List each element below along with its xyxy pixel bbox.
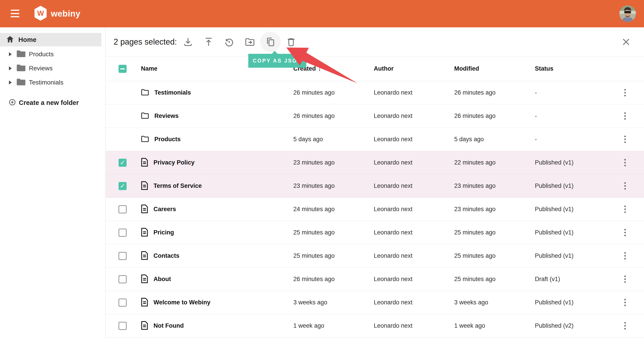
create-new-folder-button[interactable]: Create a new folder	[0, 99, 105, 106]
row-created: 26 minutes ago	[293, 112, 374, 120]
download-button[interactable]	[178, 32, 198, 52]
table-row[interactable]: Reviews 26 minutes ago Leonardo next 26 …	[106, 104, 644, 128]
document-icon	[141, 204, 148, 214]
row-checkbox[interactable]	[118, 298, 126, 306]
row-menu-button[interactable]	[622, 180, 628, 192]
column-header-status: Status	[535, 65, 606, 72]
row-menu-button[interactable]	[622, 134, 628, 145]
row-name[interactable]: Welcome to Webiny	[154, 299, 210, 306]
row-menu-button[interactable]	[622, 297, 628, 308]
hamburger-menu-button[interactable]	[11, 10, 19, 17]
folder-icon	[141, 89, 149, 96]
table-row[interactable]: Careers 24 minutes ago Leonardo next 23 …	[106, 198, 644, 221]
create-new-folder-label: Create a new folder	[19, 99, 79, 106]
table-row[interactable]: Privacy Policy 23 minutes ago Leonardo n…	[106, 151, 644, 174]
table-row[interactable]: Terms of Service 23 minutes ago Leonardo…	[106, 174, 644, 198]
folder-icon	[16, 64, 26, 73]
row-name[interactable]: Privacy Policy	[154, 159, 194, 166]
row-name[interactable]: Not Found	[154, 322, 184, 329]
close-icon	[621, 37, 631, 47]
row-checkbox[interactable]	[118, 228, 126, 237]
user-avatar[interactable]	[619, 6, 636, 22]
close-selection-button[interactable]	[621, 37, 631, 47]
copy-as-json-tooltip: COPY AS JSON	[248, 54, 306, 68]
brand-name: webiny	[51, 6, 80, 22]
row-author: Leonardo next	[374, 159, 454, 166]
row-checkbox[interactable]	[118, 159, 126, 167]
row-menu-button[interactable]	[622, 250, 628, 261]
row-created: 25 minutes ago	[293, 229, 374, 236]
sidebar-item-home[interactable]: Home	[0, 33, 101, 46]
row-menu-button[interactable]	[622, 204, 628, 215]
row-created: 23 minutes ago	[293, 159, 374, 166]
avatar-photo	[619, 6, 636, 22]
unpublish-button[interactable]	[219, 32, 240, 52]
caret-right-icon[interactable]	[9, 52, 12, 56]
row-menu-button[interactable]	[622, 227, 628, 238]
row-checkbox[interactable]	[118, 322, 126, 330]
document-icon	[141, 274, 148, 284]
sidebar-folder-tree: Products Reviews Testimonials	[0, 47, 105, 90]
sidebar-home-label: Home	[18, 36, 36, 44]
row-status: Published (v1)	[535, 159, 606, 166]
document-icon	[141, 298, 148, 308]
brand[interactable]: W webiny	[34, 6, 80, 22]
table-row[interactable]: Not Found 1 week ago Leonardo next 1 wee…	[106, 314, 644, 338]
row-menu-button[interactable]	[622, 274, 628, 285]
table-row[interactable]: Welcome to Webiny 3 weeks ago Leonardo n…	[106, 291, 644, 314]
download-icon	[183, 37, 193, 47]
bulk-actions-toolbar: 2 pages selected:	[106, 27, 644, 56]
row-name[interactable]: Reviews	[154, 112, 178, 120]
select-all-checkbox[interactable]	[118, 65, 126, 73]
row-menu-button[interactable]	[622, 320, 628, 331]
row-checkbox[interactable]	[118, 252, 126, 260]
sidebar-item-reviews[interactable]: Reviews	[0, 61, 105, 75]
row-name[interactable]: Contacts	[154, 252, 180, 259]
sidebar-item-testimonials[interactable]: Testimonials	[0, 75, 105, 90]
copy-as-json-button[interactable]	[260, 32, 281, 52]
main-content: 2 pages selected:	[106, 27, 644, 338]
row-modified: 23 minutes ago	[454, 182, 535, 190]
move-to-folder-button[interactable]	[240, 32, 260, 52]
row-name[interactable]: Testimonials	[154, 89, 191, 96]
publish-button[interactable]	[198, 32, 219, 52]
row-name[interactable]: Pricing	[154, 229, 174, 236]
row-name[interactable]: Terms of Service	[154, 182, 202, 190]
row-author: Leonardo next	[374, 89, 454, 96]
move-to-folder-icon	[245, 37, 255, 47]
table-row[interactable]: Testimonials 26 minutes ago Leonardo nex…	[106, 81, 644, 104]
row-modified: 26 minutes ago	[454, 89, 535, 96]
row-modified: 23 minutes ago	[454, 206, 535, 213]
folder-icon	[141, 112, 149, 120]
delete-button[interactable]	[281, 32, 302, 52]
row-status: Draft (v1)	[535, 276, 606, 283]
row-checkbox[interactable]	[118, 182, 126, 190]
row-status: Published (v1)	[535, 206, 606, 213]
svg-text:W: W	[37, 9, 44, 17]
table-row[interactable]: Pricing 25 minutes ago Leonardo next 25 …	[106, 221, 644, 244]
document-icon	[141, 228, 148, 238]
row-created: 3 weeks ago	[293, 299, 374, 306]
table-row[interactable]: Contacts 25 minutes ago Leonardo next 25…	[106, 244, 644, 268]
caret-right-icon[interactable]	[9, 66, 12, 70]
row-created: 23 minutes ago	[293, 182, 374, 190]
row-name[interactable]: About	[154, 276, 171, 283]
row-menu-button[interactable]	[622, 110, 628, 122]
row-author: Leonardo next	[374, 136, 454, 143]
row-status: -	[535, 89, 606, 96]
row-checkbox[interactable]	[118, 275, 126, 283]
row-menu-button[interactable]	[622, 87, 628, 98]
row-author: Leonardo next	[374, 182, 454, 190]
document-icon	[141, 251, 148, 261]
table-row[interactable]: About 26 minutes ago Leonardo next 25 mi…	[106, 268, 644, 291]
row-modified: 25 minutes ago	[454, 276, 535, 283]
row-name[interactable]: Careers	[154, 206, 176, 213]
row-name[interactable]: Products	[154, 136, 180, 143]
row-checkbox[interactable]	[118, 205, 126, 214]
row-menu-button[interactable]	[622, 157, 628, 168]
row-created: 25 minutes ago	[293, 252, 374, 259]
table-row[interactable]: Products 5 days ago Leonardo next 5 days…	[106, 128, 644, 151]
sidebar-item-products[interactable]: Products	[0, 47, 105, 61]
caret-right-icon[interactable]	[9, 80, 12, 84]
row-modified: 25 minutes ago	[454, 229, 535, 236]
